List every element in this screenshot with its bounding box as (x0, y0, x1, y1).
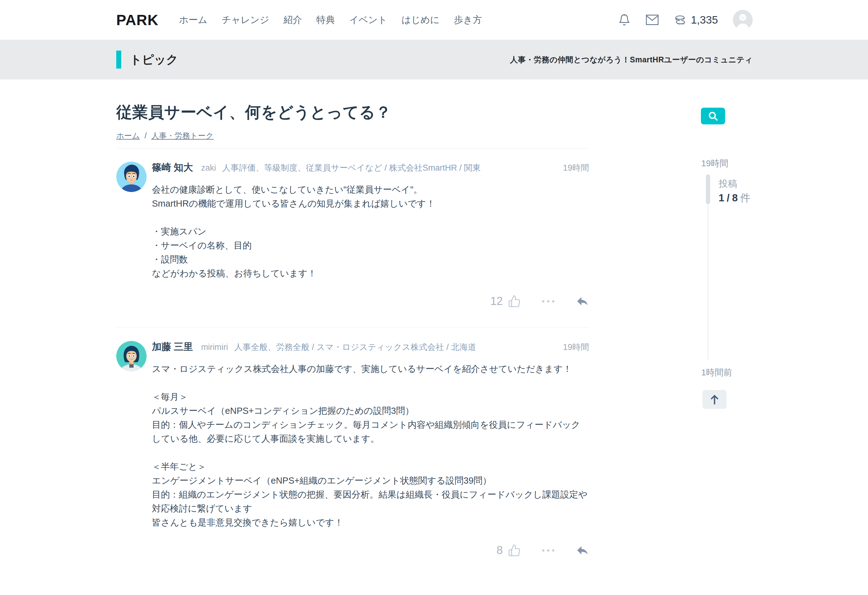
post-2-timestamp: 19時間 (557, 342, 589, 353)
post-2-username: mirimiri (201, 342, 228, 352)
reply-icon[interactable] (576, 295, 589, 307)
thumbs-up-icon[interactable] (508, 544, 521, 557)
coins-icon (674, 14, 687, 25)
timeline-oldest-time: 1時間前 (701, 367, 732, 379)
nav-item-challenge[interactable]: チャレンジ (221, 14, 269, 27)
scroll-to-top-button[interactable] (703, 390, 727, 409)
timeline-total-posts: 8 (732, 192, 738, 204)
post-2-avatar[interactable] (116, 341, 147, 372)
search-icon (708, 111, 718, 121)
nav-item-benefits[interactable]: 特典 (316, 14, 335, 27)
breadcrumb-home-link[interactable]: ホーム (116, 131, 140, 140)
nav-item-home[interactable]: ホーム (179, 14, 207, 27)
nav-item-events[interactable]: イベント (349, 14, 387, 27)
header-right: 1,335 (618, 10, 753, 30)
coin-count: 1,335 (691, 14, 718, 26)
nav-item-guide[interactable]: 歩き方 (454, 14, 482, 27)
post-1-like-count: 12 (490, 295, 503, 308)
post-1-main: 篠崎 知大 zaki 人事評価、等級制度、従業員サーベイなど / 株式会社Sma… (152, 161, 589, 308)
mail-icon[interactable] (645, 14, 659, 25)
breadcrumb-category-link[interactable]: 人事・労務トーク (151, 131, 214, 140)
post-2-like-count: 8 (497, 544, 503, 557)
timeline-counter-separator: / (727, 192, 729, 204)
main-nav: ホーム チャレンジ 紹介 特典 イベント はじめに 歩き方 (179, 14, 482, 27)
nav-item-getting-started[interactable]: はじめに (402, 14, 440, 27)
post-2-main: 加藤 三里 mirimiri 人事全般、労務全般 / スマ・ロジスティックス株式… (152, 340, 589, 557)
arrow-up-icon (709, 394, 720, 405)
timeline-post-counter: 1 / 8 件 (719, 191, 750, 205)
banner-title: トピック (130, 52, 178, 68)
post-1-header: 篠崎 知大 zaki 人事評価、等級制度、従業員サーベイなど / 株式会社Sma… (152, 161, 589, 174)
main-content: 従業員サーベイ、何をどうとってる？ ホーム / 人事・労務トーク (116, 79, 589, 577)
post-1-username: zaki (201, 163, 216, 173)
post-2-tags: 人事全般、労務全般 / スマ・ロジスティックス株式会社 / 北海道 (234, 342, 476, 353)
page-title: 従業員サーベイ、何をどうとってる？ (116, 102, 589, 123)
search-button[interactable] (701, 108, 725, 124)
post-2: 加藤 三里 mirimiri 人事全般、労務全般 / スマ・ロジスティックス株式… (116, 328, 589, 577)
timeline-scrubber-handle[interactable] (706, 174, 710, 204)
breadcrumb: ホーム / 人事・労務トーク (116, 130, 589, 141)
thumbs-up-icon[interactable] (508, 295, 521, 308)
post-1-body: 会社の健康診断として、使いこなしていきたい"従業員サーベイ"。 SmartHRの… (152, 183, 589, 280)
header: PARK ホーム チャレンジ 紹介 特典 イベント はじめに 歩き方 (0, 0, 868, 40)
banner-tagline: 人事・労務の仲間とつながろう！SmartHRユーザーのコミュニティ (510, 55, 753, 65)
post-2-author[interactable]: 加藤 三里 (152, 340, 193, 353)
post-2-body: スマ・ロジスティックス株式会社人事の加藤です、実施しているサーベイを紹介させてい… (152, 362, 589, 530)
timeline-counter-unit: 件 (740, 191, 750, 205)
breadcrumb-separator: / (145, 131, 147, 140)
park-logo[interactable]: PARK (116, 12, 158, 28)
coin-balance[interactable]: 1,335 (674, 14, 718, 26)
more-options-icon[interactable]: ••• (542, 297, 557, 305)
post-1-author[interactable]: 篠崎 知大 (152, 161, 193, 174)
reply-icon[interactable] (576, 545, 589, 556)
more-options-icon[interactable]: ••• (542, 546, 557, 554)
post-1-timestamp: 19時間 (557, 162, 589, 173)
post-1: 篠崎 知大 zaki 人事評価、等級制度、従業員サーベイなど / 株式会社Sma… (116, 148, 589, 328)
post-list: 篠崎 知大 zaki 人事評価、等級制度、従業員サーベイなど / 株式会社Sma… (116, 148, 589, 577)
page: PARK ホーム チャレンジ 紹介 特典 イベント はじめに 歩き方 (0, 0, 868, 595)
post-1-tags: 人事評価、等級制度、従業員サーベイなど / 株式会社SmartHR / 関東 (222, 162, 481, 173)
timeline-latest-time: 19時間 (701, 158, 728, 169)
timeline-posts-label: 投稿 (719, 178, 737, 190)
bell-icon[interactable] (618, 14, 630, 26)
timeline-current-post: 1 (719, 192, 724, 204)
post-1-avatar[interactable] (116, 161, 147, 192)
post-2-header: 加藤 三里 mirimiri 人事全般、労務全般 / スマ・ロジスティックス株式… (152, 340, 589, 353)
post-1-actions: 12 ••• (152, 295, 589, 308)
user-avatar[interactable] (733, 10, 753, 30)
banner-accent-bar (116, 50, 121, 68)
nav-item-intro[interactable]: 紹介 (283, 14, 302, 27)
topic-banner: トピック 人事・労務の仲間とつながろう！SmartHRユーザーのコミュニティ (0, 40, 868, 79)
post-2-actions: 8 ••• (152, 544, 589, 557)
